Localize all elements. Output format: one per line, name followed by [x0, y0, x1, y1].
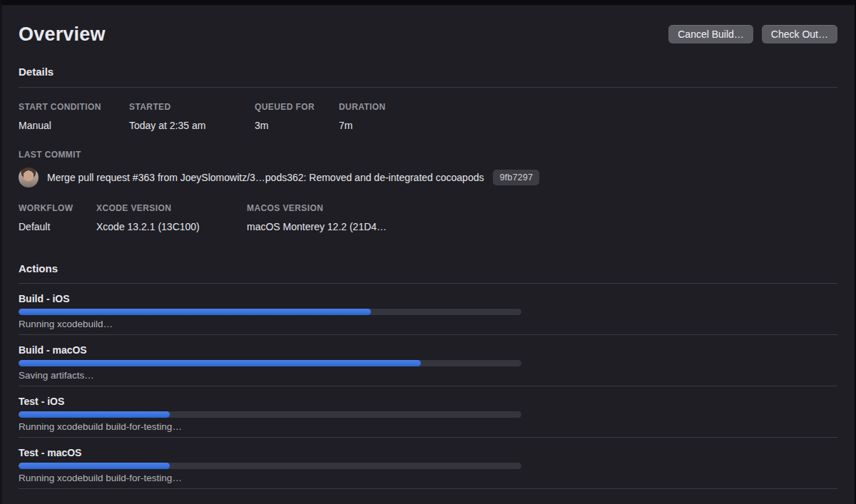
detail-label: QUEUED FOR — [255, 102, 339, 112]
cancel-build-button[interactable]: Cancel Build… — [668, 25, 753, 43]
progress-bar — [19, 463, 521, 469]
actions-list: Build - iOS Running xcodebuild… Build - … — [19, 284, 837, 489]
build-overview-window: Overview Cancel Build… Check Out… Detail… — [0, 0, 856, 504]
details-divider — [19, 87, 837, 88]
commit-message: Merge pull request #363 from JoeySlomowi… — [47, 172, 484, 183]
details-row-2: WORKFLOW Default XCODE VERSION Xcode 13.… — [19, 203, 837, 232]
detail-macos-version: MACOS VERSION macOS Monterey 12.2 (21D4… — [247, 203, 837, 232]
action-row-build-macos[interactable]: Build - macOS Saving artifacts… — [19, 335, 837, 386]
action-row-test-ios[interactable]: Test - iOS Running xcodebuild build-for-… — [19, 386, 837, 438]
progress-fill — [19, 411, 170, 418]
detail-value: Manual — [19, 120, 129, 131]
details-section-heading: Details — [19, 66, 837, 78]
last-commit-label: LAST COMMIT — [19, 150, 837, 160]
detail-value: 3m — [255, 120, 339, 131]
check-out-button[interactable]: Check Out… — [762, 25, 837, 43]
commit-hash-badge[interactable]: 9fb7297 — [493, 170, 539, 185]
actions-section-heading: Actions — [19, 262, 837, 274]
detail-label: MACOS VERSION — [247, 203, 837, 213]
last-commit-block: LAST COMMIT Merge pull request #363 from… — [19, 150, 837, 187]
progress-bar — [19, 411, 521, 418]
action-row-test-macos[interactable]: Test - macOS Running xcodebuild build-fo… — [19, 438, 837, 489]
detail-value: macOS Monterey 12.2 (21D4… — [247, 221, 837, 232]
detail-label: DURATION — [339, 102, 837, 112]
detail-value: 7m — [339, 120, 837, 131]
detail-queued-for: QUEUED FOR 3m — [255, 102, 339, 131]
action-status: Running xcodebuild build-for-testing… — [19, 421, 837, 432]
detail-value: Default — [19, 221, 96, 232]
progress-bar — [19, 309, 521, 315]
page-title: Overview — [19, 24, 106, 46]
progress-bar — [19, 360, 521, 366]
detail-label: WORKFLOW — [19, 203, 96, 213]
detail-duration: DURATION 7m — [339, 102, 837, 131]
progress-fill — [19, 463, 170, 469]
page-header: Overview Cancel Build… Check Out… — [19, 22, 837, 46]
action-status: Running xcodebuild build-for-testing… — [19, 473, 837, 483]
toolbar: Cancel Build… Check Out… — [668, 25, 837, 43]
detail-label: START CONDITION — [19, 102, 129, 112]
action-title: Build - macOS — [19, 335, 837, 356]
action-title: Build - iOS — [19, 284, 837, 304]
detail-label: XCODE VERSION — [96, 203, 247, 213]
detail-start-condition: START CONDITION Manual — [19, 102, 129, 131]
action-title: Test - macOS — [19, 438, 837, 458]
detail-workflow: WORKFLOW Default — [19, 203, 96, 232]
last-commit-row: Merge pull request #363 from JoeySlomowi… — [19, 168, 837, 187]
progress-fill — [19, 360, 421, 366]
detail-value: Today at 2:35 am — [129, 120, 255, 131]
details-row-1: START CONDITION Manual STARTED Today at … — [19, 102, 837, 131]
detail-started: STARTED Today at 2:35 am — [129, 102, 255, 131]
action-row-build-ios[interactable]: Build - iOS Running xcodebuild… — [19, 284, 837, 335]
action-status: Running xcodebuild… — [19, 319, 837, 329]
action-title: Test - iOS — [19, 386, 837, 407]
detail-xcode-version: XCODE VERSION Xcode 13.2.1 (13C100) — [96, 203, 247, 232]
progress-fill — [19, 309, 371, 315]
detail-value: Xcode 13.2.1 (13C100) — [96, 221, 247, 232]
action-status: Saving artifacts… — [19, 370, 837, 381]
commit-author-avatar — [19, 168, 39, 187]
detail-label: STARTED — [129, 102, 255, 112]
